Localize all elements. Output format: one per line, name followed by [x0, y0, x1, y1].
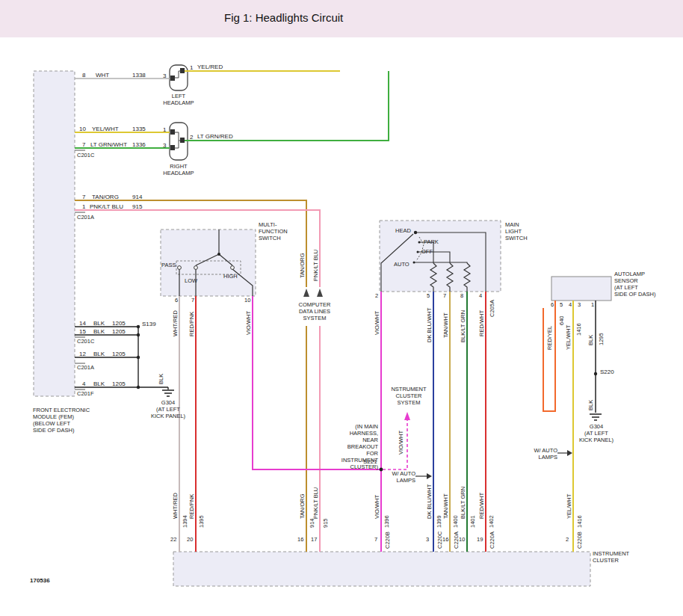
fem-label: FRONT ELECTRONICMODULE (FEM)(BELOW LEFTS…	[33, 407, 90, 434]
wire-circuit-vertical: 1402	[488, 515, 495, 528]
w-auto-lamps-right-arrow-icon	[567, 450, 572, 456]
wire-name-vertical: BLK	[158, 374, 164, 384]
cluster-pin: 17	[311, 537, 317, 543]
switch-position-park: PARK	[424, 239, 439, 246]
wire-circuit: 1205	[112, 351, 126, 357]
cluster-pin: 16	[297, 537, 303, 543]
sensor-pin: 5	[560, 302, 563, 309]
wire-name-vertical: VIO/WHT	[374, 495, 380, 519]
wire-name-vertical: PNK/LT BLU	[312, 250, 319, 281]
right-headlamp-pin1	[170, 129, 175, 135]
cluster-pin: 2	[566, 537, 569, 543]
wire-name-vertical: TAN/ORG	[299, 493, 306, 519]
wire-name: LT GRN/WHT	[90, 141, 127, 148]
fem-pin: 14	[79, 320, 86, 327]
wire-circuit-vertical: 1394	[182, 515, 188, 528]
wire-name-vertical: BLK/LT GRN	[460, 487, 466, 519]
wire-name-vertical: RED/PNK	[188, 312, 195, 336]
multi-function-switch-label: MULTI-FUNCTIONSWITCH	[259, 221, 288, 241]
wire-circuit-vertical: 1401	[469, 515, 476, 528]
mfs-pin: 6	[175, 298, 178, 304]
mfs-pivot-dot	[217, 253, 220, 256]
switch-position-high: HIGH	[223, 274, 238, 280]
wire-circuit: 1205	[112, 381, 126, 387]
wire-circuit-vertical: 915	[322, 518, 329, 528]
splice-s220-label: S220	[600, 369, 614, 375]
junction-dot	[137, 333, 140, 336]
instrument-cluster-label: INSTRUMENTCLUSTER	[593, 550, 629, 564]
mfs-pin: 7	[191, 298, 194, 304]
left-headlamp-pin3	[170, 76, 175, 81]
fem-pin: 10	[79, 126, 86, 132]
mls-contact-auto	[413, 262, 415, 264]
wire-name-vertical: TAN/WHT	[442, 493, 449, 519]
cluster-pin: 7	[374, 537, 377, 543]
connector-label: C201C	[77, 339, 94, 345]
computer-data-lines-label: COMPUTERDATA LINESSYSTEM	[293, 301, 336, 321]
wire-circuit-vertical: 914	[309, 518, 315, 528]
splice-s139-label: S139	[142, 321, 156, 327]
wire-circuit: 914	[132, 194, 142, 200]
wire-name-vertical: RED/WHT	[478, 310, 485, 336]
mls-pin: 5	[427, 293, 430, 300]
fem-pin: 7	[82, 141, 85, 148]
autolamp-sensor-label: AUTOLAMPSENSOR(AT LEFTSIDE OF DASH)	[614, 271, 655, 298]
wire-name: BLK	[93, 351, 105, 357]
fem-pin: 12	[79, 351, 86, 357]
wire-name-vertical: TAN/ORG	[299, 253, 306, 278]
headlamp-pin: 3	[163, 142, 166, 149]
instrument-cluster-system-label: NSTRUMENTCLUSTERSYSTEM	[387, 386, 430, 406]
connector-label-vertical: C220B	[576, 532, 583, 549]
wire-circuit-vertical: 1396	[383, 515, 390, 528]
ground-g304-right-icon	[590, 414, 602, 420]
connector-label: C201F	[77, 391, 94, 398]
junction-dot	[137, 386, 140, 389]
computer-data-arrow-icon	[303, 289, 309, 297]
wire-name-vertical: VIO/WHT	[374, 311, 380, 335]
wire-circuit-vertical: 1416	[576, 515, 583, 528]
splice-s139-dot	[137, 325, 140, 328]
main-light-switch-label: MAINLIGHTSWITCH	[505, 221, 528, 241]
right-headlamp-pin3	[170, 145, 175, 150]
wire-circuit: 1336	[132, 141, 146, 148]
mls-pin: 2	[375, 293, 378, 300]
wire-name: YEL/WHT	[92, 126, 119, 132]
wire-name: BLK	[93, 328, 105, 335]
cluster-pin: 20	[187, 537, 193, 543]
wire-name-vertical: RED/PNK	[188, 494, 195, 519]
wire-lt-grn-red	[185, 71, 389, 141]
wire-circuit: 1205	[112, 320, 126, 327]
headlamp-pin: 1	[163, 126, 166, 133]
wire-circuit-vertical: 1400	[452, 515, 459, 528]
wire-name-vertical: RED/WHT	[478, 493, 485, 519]
wire-name-vertical: TAN/WHT	[442, 312, 449, 338]
junction-dot	[137, 356, 140, 359]
wire-name-vertical: VIO/WHT	[398, 431, 404, 455]
wire-name: TAN/ORG	[92, 194, 119, 200]
wire-name-vertical: DK BLU/WHT	[426, 484, 433, 519]
wire-name-vertical: WHT/RED	[172, 493, 179, 519]
connector-label: C201A	[77, 365, 94, 372]
wire-circuit-vertical: 1416	[575, 323, 582, 336]
headlamp-pin: 2	[190, 134, 193, 141]
w-auto-lamps-left-label: W/ AUTOLAMPS	[389, 470, 415, 484]
wire-circuit: 1335	[132, 126, 146, 132]
wire-name-vertical: WHT/RED	[172, 310, 179, 336]
wire-name-vertical: PNK/LT BLU	[312, 487, 319, 519]
connector-label: C201C	[77, 153, 94, 159]
mfs-contact-high	[231, 266, 235, 270]
vio-wht-arrow-icon	[404, 412, 410, 420]
connector-label-vertical: C205A	[489, 300, 495, 317]
wire-circuit-vertical: 640	[558, 315, 565, 325]
wire-name: PNK/LT BLU	[90, 203, 123, 210]
mls-contact-off	[417, 251, 419, 253]
connector-label: C201A	[77, 215, 94, 221]
wire-name: BLK	[93, 320, 105, 327]
wire-name: YEL/RED	[197, 64, 223, 70]
fem-pin: 8	[82, 72, 85, 78]
ground-g304-right-label: G304(AT LEFTKICK PANEL)	[577, 423, 616, 443]
mfs-pin: 10	[244, 298, 250, 304]
wire-circuit: 1338	[132, 72, 146, 78]
sensor-pin: 1	[591, 302, 594, 309]
fem-pin: 1	[82, 203, 85, 210]
